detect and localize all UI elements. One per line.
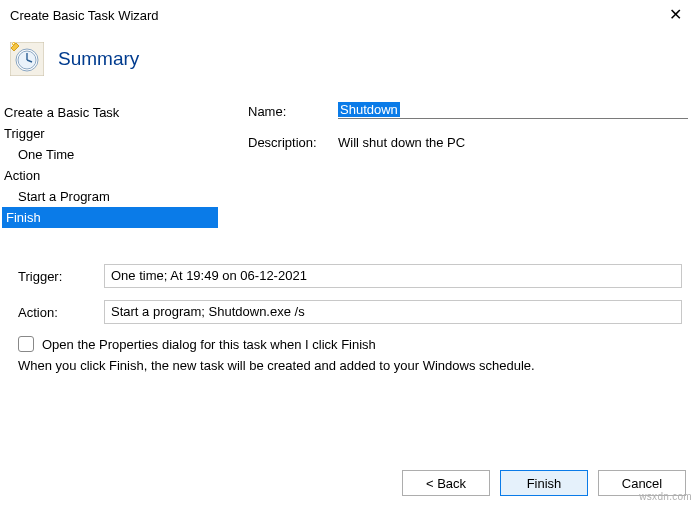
step-trigger[interactable]: Trigger [2, 123, 218, 144]
name-input-value: Shutdown [338, 102, 400, 117]
name-label: Name: [248, 102, 338, 119]
finish-button[interactable]: Finish [500, 470, 588, 496]
summary-trigger-field[interactable]: One time; At 19:49 on 06-12-2021 [104, 264, 682, 288]
description-label: Description: [248, 133, 338, 150]
description-value[interactable]: Will shut down the PC [338, 133, 688, 150]
summary-section: Trigger: One time; At 19:49 on 06-12-202… [0, 228, 700, 373]
step-action[interactable]: Action [2, 165, 218, 186]
finish-hint: When you click Finish, the new task will… [18, 358, 682, 373]
wizard-steps: Create a Basic Task Trigger One Time Act… [2, 102, 218, 228]
watermark: wsxdn.com [639, 491, 692, 502]
step-trigger-one-time[interactable]: One Time [2, 144, 218, 165]
close-button[interactable]: ✕ [660, 7, 690, 23]
step-action-start-program[interactable]: Start a Program [2, 186, 218, 207]
open-properties-row[interactable]: Open the Properties dialog for this task… [18, 336, 682, 352]
step-create-basic-task[interactable]: Create a Basic Task [2, 102, 218, 123]
wizard-header: Summary [0, 30, 700, 102]
window-title: Create Basic Task Wizard [10, 8, 159, 23]
back-button[interactable]: < Back [402, 470, 490, 496]
wizard-body: Create a Basic Task Trigger One Time Act… [0, 102, 700, 228]
summary-trigger-label: Trigger: [18, 269, 104, 284]
wizard-icon [10, 42, 44, 76]
open-properties-label: Open the Properties dialog for this task… [42, 337, 376, 352]
page-title: Summary [58, 48, 139, 70]
step-finish[interactable]: Finish [2, 207, 218, 228]
summary-action-field[interactable]: Start a program; Shutdown.exe /s [104, 300, 682, 324]
title-bar: Create Basic Task Wizard ✕ [0, 0, 700, 30]
name-input[interactable]: Shutdown [338, 102, 688, 119]
summary-action-label: Action: [18, 305, 104, 320]
open-properties-checkbox[interactable] [18, 336, 34, 352]
form-area: Name: Shutdown Description: Will shut do… [218, 102, 698, 228]
